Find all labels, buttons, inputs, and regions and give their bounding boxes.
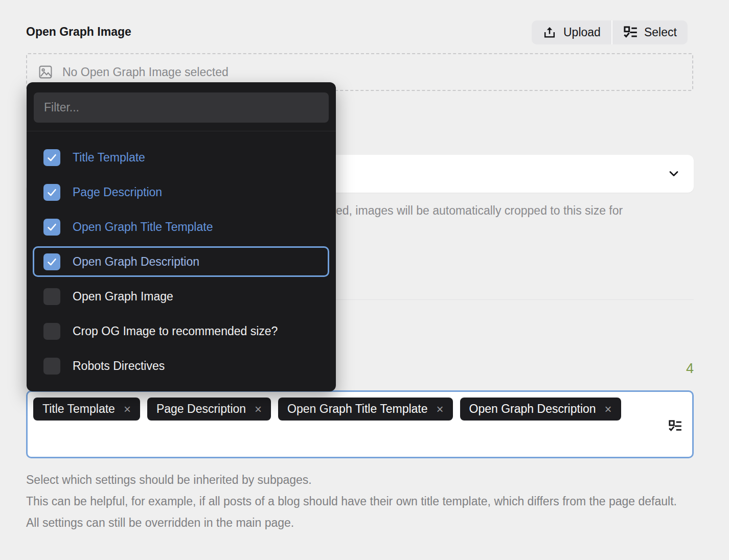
- page-title: Open Graph Image: [26, 25, 131, 39]
- filter-section: [27, 82, 336, 131]
- tag: Page Description ×: [147, 398, 271, 421]
- checkbox-checked[interactable]: [43, 253, 60, 270]
- checkbox-unchecked[interactable]: [43, 323, 60, 340]
- filter-input[interactable]: [34, 92, 329, 123]
- dropdown-item-page-description[interactable]: Page Description: [33, 175, 329, 209]
- settings-dropdown: Title Template Page Description Open Gra…: [27, 82, 336, 391]
- dropdown-item-og-description[interactable]: Open Graph Description: [33, 244, 329, 279]
- dropdown-item-robots-directives[interactable]: Robots Directives: [33, 348, 329, 383]
- checklist-icon[interactable]: [668, 419, 682, 433]
- upload-label: Upload: [563, 26, 601, 39]
- checkbox-unchecked[interactable]: [43, 358, 60, 375]
- upload-icon: [542, 26, 557, 40]
- tag-label: Open Graph Description: [469, 402, 596, 416]
- tag-remove-icon[interactable]: ×: [124, 403, 131, 415]
- tag-remove-icon[interactable]: ×: [255, 403, 262, 415]
- checkbox-checked[interactable]: [43, 219, 60, 236]
- help-text-line1: Select which settings should be inherite…: [26, 469, 691, 491]
- dropdown-item-og-title-template[interactable]: Open Graph Title Template: [33, 209, 329, 244]
- select-button[interactable]: Select: [612, 20, 688, 44]
- checkbox-checked[interactable]: [43, 149, 60, 166]
- dropdown-item-crop-og-image[interactable]: Crop OG Image to recommended size?: [33, 314, 329, 348]
- chevron-down-icon: [667, 167, 681, 181]
- tag: Open Graph Description ×: [460, 398, 621, 421]
- tag-label: Open Graph Title Template: [287, 402, 427, 416]
- help-text-paragraph: This can be helpful, for example, if all…: [26, 491, 691, 533]
- tag-label: Page Description: [156, 402, 246, 416]
- item-label: Page Description: [73, 185, 162, 199]
- settings-list: Title Template Page Description Open Gra…: [27, 131, 336, 383]
- item-label: Open Graph Image: [73, 290, 173, 304]
- tag-remove-icon[interactable]: ×: [605, 403, 612, 415]
- image-icon: [38, 65, 53, 79]
- checklist-icon: [623, 26, 637, 40]
- item-label: Robots Directives: [73, 359, 165, 373]
- select-label: Select: [644, 26, 677, 39]
- checkbox-unchecked[interactable]: [43, 288, 60, 305]
- selected-count: 4: [686, 361, 694, 377]
- tag-label: Title Template: [42, 402, 115, 416]
- upload-button[interactable]: Upload: [532, 20, 611, 44]
- tag: Open Graph Title Template ×: [278, 398, 452, 421]
- dropdown-item-title-template[interactable]: Title Template: [33, 140, 329, 175]
- inherit-settings-tag-input[interactable]: Title Template × Page Description × Open…: [26, 390, 694, 458]
- dropdown-item-og-image[interactable]: Open Graph Image: [33, 279, 329, 314]
- checkbox-checked[interactable]: [43, 184, 60, 201]
- crop-hint-text: ed, images will be automatically cropped…: [336, 204, 623, 218]
- tag-remove-icon[interactable]: ×: [437, 403, 444, 415]
- item-label: Title Template: [73, 151, 145, 165]
- og-image-placeholder-text: No Open Graph Image selected: [62, 65, 229, 79]
- image-actions-button-group: Upload Select: [532, 20, 688, 44]
- item-label: Open Graph Title Template: [73, 220, 213, 234]
- tag: Title Template ×: [33, 398, 140, 421]
- help-text: Select which settings should be inherite…: [26, 469, 691, 533]
- item-label: Crop OG Image to recommended size?: [73, 324, 278, 338]
- item-label: Open Graph Description: [73, 255, 199, 269]
